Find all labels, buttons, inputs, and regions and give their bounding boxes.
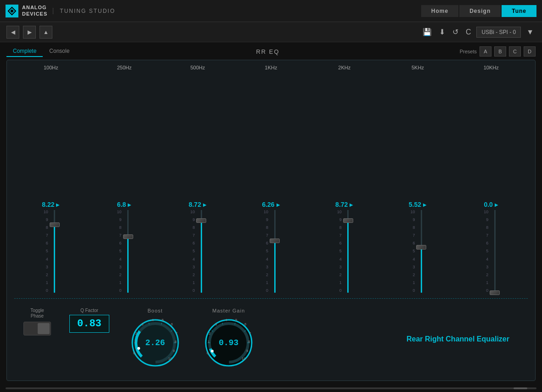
slider-visual-1[interactable] — [124, 210, 132, 293]
presets-label: Presets — [460, 49, 477, 54]
q-factor-display: 0.83 — [69, 315, 109, 333]
svg-text:3: 3 — [215, 322, 217, 326]
slider-track-1 — [127, 210, 129, 293]
boost-knob[interactable]: 0 1 2 3 4 5 6 7 8 9 10 2.26 — [128, 315, 183, 370]
reset-icon[interactable]: C — [464, 26, 473, 38]
q-factor-label: Q Factor — [80, 308, 98, 313]
slider-handle-2[interactable] — [196, 218, 206, 223]
master-gain-knob[interactable]: 0 1 2 3 4 5 6 7 8 9 10 0.93 — [201, 315, 256, 370]
logo-icon — [6, 5, 18, 17]
tune-button[interactable]: Tune — [502, 5, 536, 17]
slider-column-5khz: 5.52▶109876543210 — [381, 201, 455, 293]
slider-wrapper-4: 109876543210 — [337, 210, 352, 293]
svg-point-11 — [137, 347, 140, 350]
slider-fill-2 — [201, 221, 202, 293]
slider-track-2 — [201, 210, 202, 293]
slider-value-3: 6.26 — [262, 201, 274, 208]
save-icon[interactable]: 💾 — [421, 26, 434, 38]
slider-visual-0[interactable] — [51, 210, 58, 293]
slider-handle-5[interactable] — [416, 245, 426, 250]
svg-text:10: 10 — [168, 357, 172, 361]
home-button[interactable]: Home — [421, 5, 458, 17]
slider-arrow-2: ▶ — [203, 202, 207, 207]
device-selector[interactable]: USBi - SPI - 0 — [476, 27, 521, 38]
preset-d-button[interactable]: D — [524, 46, 536, 57]
tab-complete[interactable]: Complete — [6, 46, 43, 57]
slider-handle-0[interactable] — [50, 222, 60, 227]
svg-text:0: 0 — [133, 351, 136, 355]
app-subtitle: TUNING STUDIO — [53, 8, 115, 14]
slider-value-row-6: 0.0▶ — [484, 201, 498, 208]
tab-console[interactable]: Console — [43, 46, 76, 57]
scale-labels-2: 109876543210 — [190, 210, 196, 293]
toolbar-right: 💾 ⬇ ↺ C USBi - SPI - 0 ▼ — [421, 26, 536, 38]
svg-text:7: 7 — [249, 331, 251, 335]
master-gain-section: Master Gain — [201, 308, 256, 370]
eq-divider — [14, 298, 528, 299]
slider-column-2khz: 8.72▶109876543210 — [308, 201, 381, 293]
slider-value-0: 8.22 — [42, 201, 54, 208]
preset-c-button[interactable]: C — [509, 46, 521, 57]
slider-visual-2[interactable] — [198, 210, 205, 293]
eq-center-label: RR EQ — [76, 48, 459, 55]
slider-visual-4[interactable] — [344, 210, 352, 293]
slider-column-500hz: 8.72▶109876543210 — [161, 201, 234, 293]
prev-button[interactable]: ◀ — [6, 26, 19, 39]
eq-panel: 100Hz 250Hz 500Hz 1KHz 2KHz 5KHz 10KHz 8… — [6, 60, 536, 381]
design-button[interactable]: Design — [459, 5, 501, 17]
up-button[interactable]: ▲ — [40, 26, 52, 39]
slider-track-0 — [54, 210, 55, 293]
svg-text:8: 8 — [248, 340, 250, 344]
slider-track-6 — [494, 210, 496, 293]
slider-visual-6[interactable] — [491, 210, 498, 293]
slider-column-100hz: 8.22▶109876543210 — [14, 201, 88, 293]
freq-10khz: 10KHz — [454, 65, 528, 70]
slider-arrow-3: ▶ — [277, 202, 280, 207]
mini-scrollbar[interactable] — [6, 387, 536, 389]
preset-a-button[interactable]: A — [480, 46, 491, 57]
svg-text:6: 6 — [171, 322, 173, 326]
svg-text:4: 4 — [225, 318, 227, 322]
slider-arrow-1: ▶ — [128, 202, 131, 207]
slider-value-row-4: 8.72▶ — [335, 201, 353, 208]
preset-b-button[interactable]: B — [494, 46, 506, 57]
freq-2khz: 2KHz — [308, 65, 381, 70]
slider-handle-3[interactable] — [270, 239, 280, 243]
svg-text:2: 2 — [135, 331, 137, 335]
slider-handle-4[interactable] — [343, 218, 353, 223]
svg-text:7: 7 — [175, 331, 178, 335]
slider-fill-1 — [127, 237, 129, 293]
svg-marker-1 — [10, 9, 14, 13]
logo-text: ANALOG DEVICES — [22, 5, 47, 17]
download-icon[interactable]: ⬇ — [437, 26, 447, 38]
svg-text:6: 6 — [244, 322, 247, 326]
slider-arrow-4: ▶ — [350, 202, 353, 207]
expand-icon[interactable]: ▼ — [525, 26, 536, 38]
slider-visual-5[interactable] — [418, 210, 425, 293]
slider-handle-6[interactable] — [490, 290, 500, 295]
svg-text:1: 1 — [208, 340, 210, 344]
slider-column-1khz: 6.26▶109876543210 — [234, 201, 308, 293]
slider-wrapper-2: 109876543210 — [190, 210, 205, 293]
scale-labels-0: 109876543210 — [44, 210, 49, 293]
slider-handle-1[interactable] — [123, 234, 133, 239]
slider-wrapper-3: 109876543210 — [264, 210, 278, 293]
slider-value-4: 8.72 — [335, 201, 348, 208]
next-button[interactable]: ▶ — [23, 26, 36, 39]
slider-visual-3[interactable] — [271, 210, 278, 293]
toggle-phase-switch[interactable] — [23, 322, 51, 335]
svg-text:5: 5 — [162, 318, 164, 322]
slider-fill-5 — [421, 247, 422, 293]
refresh-icon[interactable]: ↺ — [451, 26, 460, 38]
slider-arrow-6: ▶ — [495, 202, 498, 207]
bottom-bar — [0, 385, 542, 392]
slider-fill-0 — [54, 225, 55, 293]
slider-value-row-2: 8.72▶ — [189, 201, 207, 208]
master-gain-value: 0.93 — [219, 338, 238, 347]
boost-label: Boost — [147, 308, 163, 313]
boost-section: Boost — [128, 308, 183, 370]
slider-track-3 — [274, 210, 276, 293]
freq-250hz: 250Hz — [88, 65, 161, 70]
freq-1khz: 1KHz — [234, 65, 308, 70]
slider-value-6: 0.0 — [484, 201, 492, 208]
